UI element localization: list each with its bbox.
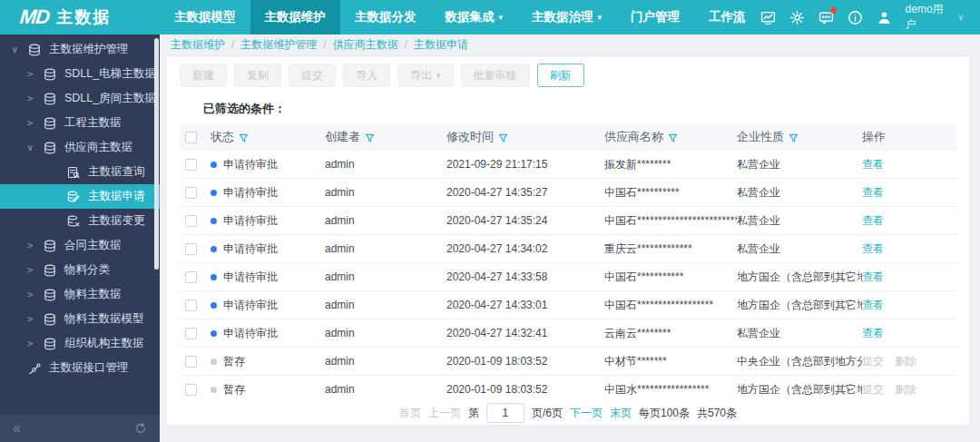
top-nav-item[interactable]: 主数据分发 ▾: [340, 0, 431, 34]
filter-funnel-icon[interactable]: [239, 133, 249, 142]
toolbar-button[interactable]: 刷新 ▾: [537, 64, 584, 87]
page-number-input[interactable]: [486, 403, 524, 423]
table-row[interactable]: 申请待审批 admin 2020-04-27 14:35:24 中国石*****…: [180, 207, 956, 235]
row-action-link[interactable]: 查看: [862, 270, 884, 283]
table-row[interactable]: 暂存 admin 2020-01-09 18:03:52 中国水********…: [180, 376, 956, 399]
tree-expander-icon[interactable]: [12, 44, 27, 55]
status-text: 申请待审批: [223, 213, 278, 229]
top-nav-item[interactable]: 主数据治理 ▾: [517, 0, 616, 34]
table-row[interactable]: 申请待审批 admin 2020-04-27 14:33:58 中国石*****…: [180, 263, 956, 291]
toolbar-button[interactable]: 批量审核 ▾: [461, 64, 530, 87]
sidebar-item[interactable]: 工程主数据: [0, 111, 160, 135]
sidebar-item[interactable]: 主数据维护管理: [0, 37, 160, 62]
row-action-link[interactable]: 提交: [862, 383, 884, 396]
row-action-link[interactable]: 提交: [862, 355, 884, 368]
toolbar-button[interactable]: 导出 ▾: [397, 64, 454, 87]
sidebar-item[interactable]: 主数据申请: [0, 184, 160, 209]
tree-expander-icon[interactable]: [27, 93, 43, 104]
tree-expander-icon[interactable]: [27, 240, 43, 251]
column-header[interactable]: 企业性质: [737, 129, 862, 145]
table-row[interactable]: 申请待审批 admin 2020-04-27 14:33:01 中国石*****…: [180, 291, 956, 319]
refresh-tree-icon[interactable]: [134, 422, 147, 435]
top-nav-item[interactable]: 主数据维护 ▾: [250, 0, 341, 34]
message-icon[interactable]: [818, 10, 834, 25]
collapse-sidebar-icon[interactable]: «: [13, 420, 21, 437]
tree-expander-icon[interactable]: [27, 313, 43, 325]
tree-expander-icon[interactable]: [27, 68, 43, 80]
row-action-link[interactable]: 查看: [862, 242, 884, 255]
column-header[interactable]: 状态: [211, 129, 325, 145]
row-checkbox[interactable]: [185, 243, 197, 255]
tree-expander-icon[interactable]: [27, 289, 43, 300]
row-checkbox[interactable]: [185, 300, 197, 311]
sidebar-item[interactable]: 物料分类: [0, 258, 160, 282]
tree-expander-icon[interactable]: [27, 142, 43, 153]
top-nav-item[interactable]: 主数据模型 ▾: [160, 0, 250, 34]
row-action-link[interactable]: 查看: [862, 186, 884, 199]
row-checkbox[interactable]: [185, 159, 197, 171]
row-checkbox[interactable]: [185, 328, 197, 339]
info-icon[interactable]: [848, 10, 863, 25]
breadcrumb-item[interactable]: 主数据维护管理: [240, 37, 332, 53]
sidebar-item[interactable]: 供应商主数据: [0, 135, 160, 160]
top-nav-item[interactable]: 工作流 ▾: [694, 0, 760, 34]
enterprise-nature-cell: 私营企业: [737, 157, 862, 172]
next-page-link[interactable]: 下一页: [570, 406, 603, 421]
monitor-chart-icon[interactable]: [760, 10, 776, 25]
sidebar-item[interactable]: SDLL_房间主数据: [0, 86, 160, 111]
last-page-link[interactable]: 末页: [610, 406, 632, 421]
table-row[interactable]: 申请待审批 admin 2020-04-27 14:35:27 中国石*****…: [180, 179, 956, 207]
top-nav-item[interactable]: 数据集成 ▾: [431, 0, 518, 34]
table-row[interactable]: 申请待审批 admin 2021-09-29 21:17:15 振发新*****…: [180, 151, 956, 179]
sidebar-item[interactable]: SDLL_电梯主数据: [0, 62, 160, 86]
row-action-link[interactable]: 删除: [895, 383, 916, 396]
toolbar-button[interactable]: 导入 ▾: [343, 64, 390, 87]
row-action-link[interactable]: 删除: [895, 355, 916, 368]
column-header[interactable]: 修改时间: [446, 129, 604, 145]
tree-expander-icon[interactable]: [27, 264, 43, 276]
first-page-link[interactable]: 首页: [399, 406, 421, 421]
table-row[interactable]: 暂存 admin 2020-01-09 18:03:52 中材节******* …: [180, 348, 956, 376]
prev-page-link[interactable]: 上一页: [428, 406, 461, 421]
filter-funnel-icon[interactable]: [498, 133, 508, 142]
sidebar-item[interactable]: 组织机构主数据: [0, 331, 160, 356]
row-action-link[interactable]: 查看: [862, 158, 884, 171]
breadcrumb-item[interactable]: 供应商主数据: [333, 37, 414, 53]
sidebar-scrollbar[interactable]: [154, 38, 159, 270]
row-checkbox[interactable]: [185, 187, 197, 199]
toolbar-button[interactable]: 提交 ▾: [289, 64, 336, 87]
table-row[interactable]: 申请待审批 admin 2020-04-27 14:34:02 重庆云*****…: [180, 235, 956, 263]
filter-funnel-icon[interactable]: [668, 133, 678, 142]
sidebar-item[interactable]: 主数据接口管理: [0, 356, 160, 380]
row-checkbox[interactable]: [185, 384, 197, 396]
breadcrumb-item[interactable]: 主数据维护: [171, 37, 240, 53]
sidebar-item[interactable]: 物料主数据模型: [0, 307, 160, 331]
user-menu[interactable]: demo用户 ∨: [906, 2, 964, 33]
row-action-link[interactable]: 查看: [862, 327, 884, 339]
sidebar-item[interactable]: 物料主数据: [0, 282, 160, 307]
row-checkbox[interactable]: [185, 271, 197, 283]
sidebar-item[interactable]: 主数据查询: [0, 160, 160, 184]
supplier-name-cell: 中国水*****************: [604, 382, 737, 398]
column-header[interactable]: 供应商名称: [604, 129, 737, 145]
tree-expander-icon[interactable]: [27, 338, 43, 349]
select-all-checkbox[interactable]: [185, 132, 197, 143]
sidebar-item[interactable]: 合同主数据: [0, 233, 160, 258]
table-row[interactable]: 申请待审批 admin 2020-04-27 14:32:41 云南云*****…: [180, 319, 956, 348]
filter-funnel-icon[interactable]: [789, 133, 799, 142]
tree-expander-icon[interactable]: [27, 117, 43, 129]
row-action-link[interactable]: 查看: [862, 214, 884, 227]
row-checkbox[interactable]: [185, 215, 197, 227]
row-action-link[interactable]: 查看: [862, 299, 884, 311]
breadcrumb-item[interactable]: 主数据申请: [414, 37, 468, 53]
column-header[interactable]: 创建者: [325, 129, 446, 145]
gear-icon[interactable]: [789, 10, 805, 25]
row-checkbox[interactable]: [185, 356, 197, 368]
filter-funnel-icon[interactable]: [365, 133, 375, 142]
column-header[interactable]: 操作: [862, 129, 951, 145]
sidebar-item[interactable]: 主数据变更: [0, 209, 160, 233]
top-nav-item[interactable]: 门户管理 ▾: [616, 0, 694, 34]
status-text: 申请待审批: [223, 241, 278, 257]
toolbar-button[interactable]: 复制 ▾: [234, 64, 281, 87]
toolbar-button[interactable]: 新建 ▾: [180, 64, 227, 87]
